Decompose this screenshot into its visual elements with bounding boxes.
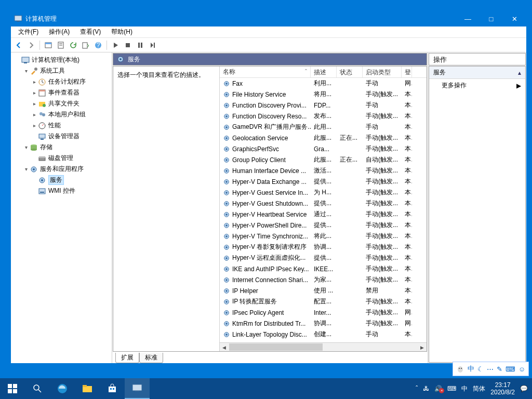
tab-standard[interactable]: 标准 — [139, 353, 163, 363]
tree-item-1[interactable]: ▾系统工具 — [12, 65, 111, 76]
tab-extended[interactable]: 扩展 — [115, 353, 139, 363]
tree-twisty-icon[interactable]: ▾ — [22, 144, 30, 150]
tree-twisty-icon[interactable]: ▸ — [31, 112, 38, 117]
service-row[interactable]: IP Helper使用 ...禁用本 — [220, 285, 427, 296]
tree-item-8[interactable]: ▾存储 — [12, 142, 111, 153]
service-row[interactable]: Geolocation Service此服...正在...手动(触发...本 — [220, 132, 427, 143]
list-header[interactable]: 名称ˆ 描述 状态 启动类型 登 — [220, 66, 427, 78]
store-icon[interactable] — [100, 378, 125, 399]
explorer-icon[interactable] — [75, 378, 100, 399]
titlebar[interactable]: 计算机管理 — □ ✕ — [11, 11, 526, 26]
tray-clock[interactable]: 23:17 2020/8/2 — [490, 381, 515, 396]
menu-action[interactable]: 操作(A) — [45, 26, 74, 37]
service-row[interactable]: Function Discovery Provi...FDP...手动本 — [220, 100, 427, 111]
tree-item-4[interactable]: ▸共享文件夹 — [12, 98, 111, 109]
service-row[interactable]: Hyper-V 远程桌面虚拟化...提供...手动(触发...本 — [220, 252, 427, 263]
service-row[interactable]: Human Interface Device ...激活...手动(触发...本 — [220, 165, 427, 176]
ime-lang-button[interactable]: 中 — [468, 364, 474, 374]
tree-twisty-icon[interactable]: ▾ — [22, 68, 30, 74]
service-row[interactable]: Hyper-V Guest Service In...为 H...手动(触发..… — [220, 187, 427, 198]
service-row[interactable]: GameDVR 和广播用户服务...此用...手动本 — [220, 122, 427, 132]
col-logon[interactable]: 登 — [402, 66, 412, 77]
col-startup[interactable]: 启动类型 — [363, 66, 402, 77]
restart-service-button[interactable] — [147, 39, 158, 51]
service-row[interactable]: GraphicsPerfSvcGra...手动(触发...本 — [220, 143, 427, 154]
scrollbar-thumb[interactable] — [229, 343, 323, 351]
service-row[interactable]: Group Policy Client此服...正在...自动(触发...本 — [220, 154, 427, 165]
service-row[interactable]: Hyper-V Data Exchange ...提供...手动(触发...本 — [220, 176, 427, 187]
more-actions-item[interactable]: 更多操作 ▶ — [429, 79, 525, 92]
menu-file[interactable]: 文件(F) — [14, 26, 43, 37]
service-row[interactable]: IPsec Policy AgentInter...手动(触发...网 — [220, 307, 427, 318]
menu-help[interactable]: 帮助(H) — [107, 26, 137, 37]
ime-dots-icon[interactable]: ⋯ — [487, 365, 494, 373]
service-row[interactable]: KtmRm for Distributed Tr...协调...手动(触发...… — [220, 318, 427, 329]
tree-item-2[interactable]: ▸任务计划程序 — [12, 76, 111, 87]
taskbar-mmc-icon[interactable] — [125, 378, 150, 399]
scroll-right-icon[interactable]: ▶ — [418, 343, 427, 352]
col-desc[interactable]: 描述 — [311, 66, 337, 77]
ime-smile-icon[interactable]: ☺ — [518, 365, 525, 373]
tree-twisty-icon[interactable]: ▸ — [31, 123, 38, 128]
tray-keyboard-icon[interactable]: ⌨ — [447, 385, 456, 392]
service-row[interactable]: IP 转换配置服务配置...手动(触发...本 — [220, 296, 427, 307]
menu-view[interactable]: 查看(V) — [76, 26, 105, 37]
tree-item-0[interactable]: 计算机管理(本地) — [12, 55, 111, 65]
ime-wrench-icon[interactable]: ✎ — [497, 365, 502, 373]
nav-tree[interactable]: 计算机管理(本地)▾系统工具▸任务计划程序▸事件查看器▸共享文件夹▸本地用户和组… — [11, 52, 112, 363]
edge-icon[interactable] — [50, 378, 75, 399]
start-service-button[interactable] — [110, 39, 121, 51]
service-row[interactable]: Internet Connection Shari...为家...手动(触发..… — [220, 274, 427, 285]
close-button[interactable]: ✕ — [503, 11, 526, 26]
tree-item-11[interactable]: 服务 — [12, 175, 111, 185]
tree-twisty-icon[interactable]: ▸ — [31, 79, 38, 85]
taskbar[interactable]: ˆ 🖧 🔊× ⌨ 中 简体 23:17 2020/8/2 💬 — [0, 378, 532, 399]
export-button[interactable] — [80, 39, 91, 51]
tree-twisty-icon[interactable]: ▸ — [31, 101, 38, 107]
actions-section[interactable]: 服务 ▴ — [429, 66, 525, 79]
tray-ime-mode[interactable]: 简体 — [473, 384, 485, 393]
tree-item-12[interactable]: WMI 控件 — [12, 185, 111, 196]
service-row[interactable]: Hyper-V Time Synchroniz...将此...手动(触发...本 — [220, 231, 427, 242]
forward-button[interactable] — [25, 39, 37, 51]
ime-keyboard-icon[interactable]: ⌨ — [506, 365, 515, 373]
service-row[interactable]: Function Discovery Reso...发布...手动(触发...本 — [220, 111, 427, 122]
back-button[interactable] — [13, 39, 24, 51]
tree-item-5[interactable]: ▸本地用户和组 — [12, 109, 111, 120]
collapse-icon[interactable]: ▴ — [518, 69, 521, 76]
help-button[interactable]: ? — [92, 39, 104, 51]
service-row[interactable]: Hyper-V Guest Shutdown...提供...手动(触发...本 — [220, 198, 427, 209]
service-list[interactable]: Fax利用...手动网File History Service将用...手动(触… — [220, 78, 427, 342]
search-button[interactable] — [25, 378, 50, 399]
service-row[interactable]: Hyper-V PowerShell Dire...提供...手动(触发...本 — [220, 220, 427, 231]
service-row[interactable]: File History Service将用...手动(触发...本 — [220, 89, 427, 100]
properties-button[interactable] — [55, 39, 66, 51]
tree-twisty-icon[interactable]: ▸ — [31, 90, 38, 96]
tray-volume-icon[interactable]: 🔊× — [434, 385, 442, 392]
up-button[interactable] — [43, 39, 54, 51]
tray-chevron-icon[interactable]: ˆ — [416, 385, 418, 392]
stop-service-button[interactable] — [122, 39, 134, 51]
tree-item-3[interactable]: ▸事件查看器 — [12, 87, 111, 98]
tree-twisty-icon[interactable]: ▾ — [22, 166, 30, 172]
col-status[interactable]: 状态 — [337, 66, 363, 77]
tree-item-6[interactable]: ▸性能 — [12, 120, 111, 131]
refresh-button[interactable] — [68, 39, 79, 51]
service-row[interactable]: Hyper-V 卷影复制请求程序协调...手动(触发...本 — [220, 242, 427, 252]
tree-item-9[interactable]: 磁盘管理 — [12, 153, 111, 164]
tree-item-10[interactable]: ▾服务和应用程序 — [12, 164, 111, 175]
ime-moon-icon[interactable]: ☾ — [477, 365, 484, 373]
tray-notifications-icon[interactable]: 💬 — [520, 385, 528, 392]
maximize-button[interactable]: □ — [480, 11, 503, 26]
pause-service-button[interactable] — [135, 39, 146, 51]
start-button[interactable] — [0, 378, 25, 399]
tray-ime-lang[interactable]: 中 — [461, 384, 468, 393]
horizontal-scrollbar[interactable]: ◀ ▶ — [220, 342, 427, 351]
tree-item-7[interactable]: 设备管理器 — [12, 131, 111, 142]
service-row[interactable]: Hyper-V Heartbeat Service通过...手动(触发...本 — [220, 209, 427, 220]
service-row[interactable]: IKE and AuthIP IPsec Key...IKEE...手动(触发.… — [220, 263, 427, 274]
service-row[interactable]: Link-Layer Topology Disc...创建...手动本 — [220, 329, 427, 340]
tray-network-icon[interactable]: 🖧 — [423, 385, 429, 392]
col-name[interactable]: 名称 — [223, 68, 235, 76]
ime-floating-bar[interactable]: 中 ☾ ⋯ ✎ ⌨ ☺ — [453, 362, 529, 376]
